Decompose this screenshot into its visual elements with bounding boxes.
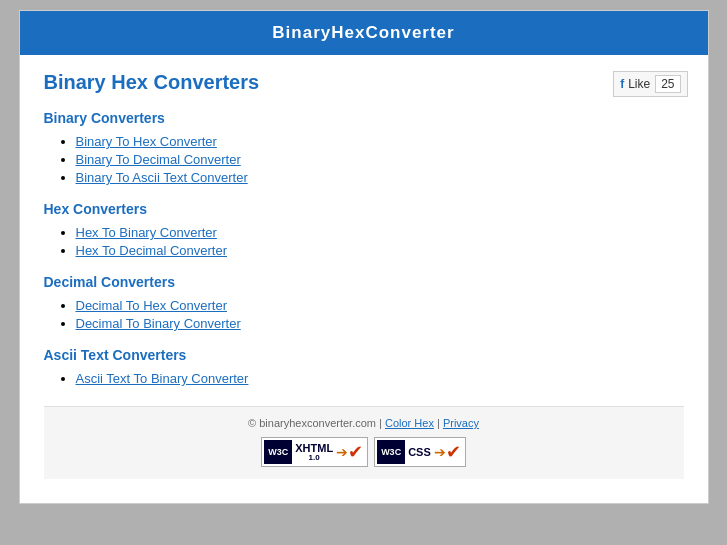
- xhtml-badge[interactable]: W3C XHTML 1.0 ➔ ✔: [261, 437, 368, 467]
- converter-link[interactable]: Binary To Hex Converter: [76, 134, 217, 149]
- list-item: Ascii Text To Binary Converter: [76, 371, 684, 386]
- section-hex-converters: Hex ConvertersHex To Binary ConverterHex…: [44, 201, 684, 258]
- content-area: f Like 25 Binary Hex Converters Binary C…: [20, 55, 708, 503]
- like-label: Like: [628, 77, 650, 91]
- xhtml-label: XHTML 1.0: [295, 442, 333, 463]
- section-binary-converters: Binary ConvertersBinary To Hex Converter…: [44, 110, 684, 185]
- site-header: BinaryHexConverter: [20, 11, 708, 55]
- section-list-hex-converters: Hex To Binary ConverterHex To Decimal Co…: [44, 225, 684, 258]
- w3c-css-label: W3C: [377, 440, 405, 464]
- badge-container: W3C XHTML 1.0 ➔ ✔ W3C CSS ➔ ✔: [44, 437, 684, 467]
- list-item: Hex To Binary Converter: [76, 225, 684, 240]
- section-list-binary-converters: Binary To Hex ConverterBinary To Decimal…: [44, 134, 684, 185]
- list-item: Binary To Hex Converter: [76, 134, 684, 149]
- section-list-ascii-converters: Ascii Text To Binary Converter: [44, 371, 684, 386]
- list-item: Binary To Decimal Converter: [76, 152, 684, 167]
- section-title-ascii-converters: Ascii Text Converters: [44, 347, 684, 363]
- converter-link[interactable]: Hex To Decimal Converter: [76, 243, 227, 258]
- section-list-decimal-converters: Decimal To Hex ConverterDecimal To Binar…: [44, 298, 684, 331]
- converter-link[interactable]: Binary To Ascii Text Converter: [76, 170, 248, 185]
- copyright-text: © binaryhexconverter.com |: [248, 417, 382, 429]
- css-badge[interactable]: W3C CSS ➔ ✔: [374, 437, 466, 467]
- main-container: BinaryHexConverter f Like 25 Binary Hex …: [19, 10, 709, 504]
- section-decimal-converters: Decimal ConvertersDecimal To Hex Convert…: [44, 274, 684, 331]
- converter-link[interactable]: Ascii Text To Binary Converter: [76, 371, 249, 386]
- converter-link[interactable]: Decimal To Hex Converter: [76, 298, 227, 313]
- footer-text: © binaryhexconverter.com | Color Hex | P…: [44, 417, 684, 429]
- xhtml-check-icon: ✔: [348, 443, 363, 461]
- sections-container: Binary ConvertersBinary To Hex Converter…: [44, 110, 684, 386]
- site-title: BinaryHexConverter: [272, 23, 454, 42]
- css-label: CSS: [408, 446, 431, 458]
- page-title: Binary Hex Converters: [44, 71, 684, 94]
- footer: © binaryhexconverter.com | Color Hex | P…: [44, 406, 684, 479]
- css-check-icon: ✔: [446, 443, 461, 461]
- css-arrow-icon: ➔: [434, 444, 446, 460]
- section-title-decimal-converters: Decimal Converters: [44, 274, 684, 290]
- like-count: 25: [655, 75, 680, 93]
- color-hex-link[interactable]: Color Hex: [385, 417, 434, 429]
- converter-link[interactable]: Binary To Decimal Converter: [76, 152, 241, 167]
- list-item: Hex To Decimal Converter: [76, 243, 684, 258]
- list-item: Binary To Ascii Text Converter: [76, 170, 684, 185]
- section-ascii-converters: Ascii Text ConvertersAscii Text To Binar…: [44, 347, 684, 386]
- facebook-icon: f: [620, 77, 624, 91]
- w3c-xhtml-label: W3C: [264, 440, 292, 464]
- converter-link[interactable]: Decimal To Binary Converter: [76, 316, 241, 331]
- list-item: Decimal To Hex Converter: [76, 298, 684, 313]
- converter-link[interactable]: Hex To Binary Converter: [76, 225, 217, 240]
- section-title-binary-converters: Binary Converters: [44, 110, 684, 126]
- list-item: Decimal To Binary Converter: [76, 316, 684, 331]
- section-title-hex-converters: Hex Converters: [44, 201, 684, 217]
- privacy-link[interactable]: Privacy: [443, 417, 479, 429]
- xhtml-arrow-icon: ➔: [336, 444, 348, 460]
- like-box[interactable]: f Like 25: [613, 71, 687, 97]
